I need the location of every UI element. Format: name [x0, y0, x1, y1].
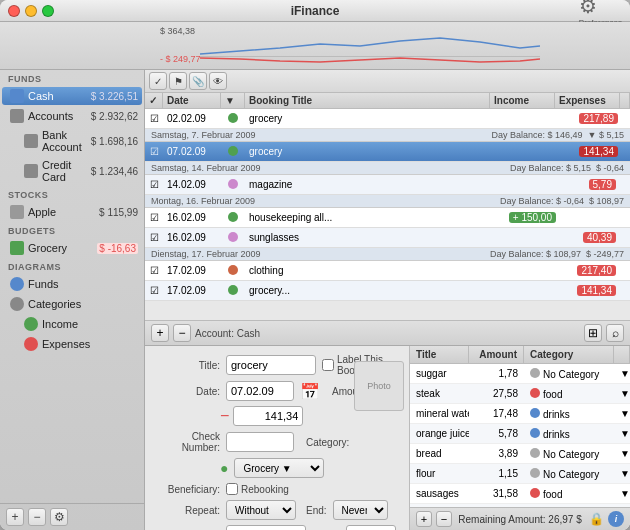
- tx-expense-3: 5,79: [560, 178, 620, 191]
- label-booking-checkbox[interactable]: [322, 359, 334, 371]
- list-item[interactable]: mineral water 17,48 drinks ▼: [410, 404, 630, 424]
- sidebar: FUNDS Cash $ 3.226,51 Accounts $ 2.932,6…: [0, 70, 145, 530]
- split-col-amount-header: Amount: [469, 346, 524, 363]
- table-row[interactable]: ☑ 16.02.09 housekeeping all... + 150,00: [145, 208, 630, 228]
- tx-search-button[interactable]: ⌕: [606, 324, 624, 342]
- col-date[interactable]: Date: [163, 93, 221, 108]
- tx-check-6[interactable]: ☑: [145, 264, 163, 277]
- col-category-header: ▼: [221, 93, 245, 108]
- split-arrow-4[interactable]: ▼: [614, 426, 630, 441]
- tx-check-5[interactable]: ☑: [145, 231, 163, 244]
- form-end-select[interactable]: Never: [333, 500, 388, 520]
- form-category-select[interactable]: Grocery ▼: [234, 458, 324, 478]
- form-comment-input[interactable]: [226, 525, 306, 530]
- tx-check-1[interactable]: ☑: [145, 112, 163, 125]
- sidebar-item-credit[interactable]: Credit Card $ 1.234,46: [16, 157, 142, 185]
- table-row[interactable]: ☑ 17.02.09 grocery... 141,34: [145, 281, 630, 301]
- form-end-label: End:: [306, 505, 327, 516]
- tx-check-4[interactable]: ☑: [145, 211, 163, 224]
- sidebar-item-grocery[interactable]: Grocery $ -16,63: [2, 239, 142, 257]
- list-item[interactable]: bread 3,89 No Category ▼: [410, 444, 630, 464]
- split-amount-7: 31,58: [469, 486, 524, 501]
- form-title-input[interactable]: [226, 355, 316, 375]
- sidebar-item-expenses-diag[interactable]: Expenses: [16, 335, 142, 353]
- amount-minus-icon: −: [220, 407, 229, 425]
- sidebar-item-bank[interactable]: Bank Account $ 1.698,16: [16, 127, 142, 155]
- split-arrow-3[interactable]: ▼: [614, 406, 630, 421]
- table-row[interactable]: ☑ 17.02.09 clothing 217,40: [145, 261, 630, 281]
- tx-expense-6: 217,40: [560, 264, 620, 277]
- chart-area: $ 364,38 - $ 249,77: [0, 22, 630, 70]
- tx-col-headers: ✓ Date ▼ Booking Title Income Expenses: [145, 93, 630, 109]
- tx-account-label: Account: Cash: [195, 328, 580, 339]
- split-remove-button[interactable]: −: [436, 511, 452, 527]
- list-item[interactable]: orange juice 5,78 drinks ▼: [410, 424, 630, 444]
- categories-diag-icon: [10, 297, 24, 311]
- split-arrow-7[interactable]: ▼: [614, 486, 630, 501]
- form-date-input[interactable]: [226, 381, 294, 401]
- sidebar-section-stocks: STOCKS: [0, 186, 144, 202]
- split-cat-7: food: [524, 486, 614, 502]
- tx-expense-5: 40,39: [560, 231, 620, 244]
- table-row[interactable]: ☑ 07.02.09 grocery 141,34: [145, 142, 630, 162]
- transaction-area: ✓ ⚑ 📎 👁 ✓ Date ▼ Booking Title Income Ex…: [145, 70, 630, 345]
- rebooking-checkbox[interactable]: [226, 483, 238, 495]
- tx-date-7: 17.02.09: [163, 284, 221, 297]
- maximize-button[interactable]: [42, 5, 54, 17]
- day-label-3: Montag, 16. Februar 2009: [151, 196, 255, 206]
- sidebar-value-accounts: $ 2.932,62: [91, 111, 138, 122]
- sidebar-item-funds-diag[interactable]: Funds: [2, 275, 142, 293]
- tx-check-3[interactable]: ☑: [145, 178, 163, 191]
- tx-flag-btn[interactable]: ⚑: [169, 72, 187, 90]
- tx-check-btn[interactable]: ✓: [149, 72, 167, 90]
- sidebar-item-cash[interactable]: Cash $ 3.226,51: [2, 87, 142, 105]
- split-arrow-5[interactable]: ▼: [614, 446, 630, 461]
- sidebar-item-apple[interactable]: Apple $ 115,99: [2, 203, 142, 221]
- list-item[interactable]: steak 27,58 food ▼: [410, 384, 630, 404]
- sidebar-value-credit: $ 1.234,46: [91, 166, 138, 177]
- split-amount-4: 5,78: [469, 426, 524, 441]
- main-window: iFinance ⚙ Preferences $ 364,38 - $ 249,…: [0, 0, 630, 530]
- list-item[interactable]: sausages 31,58 food ▼: [410, 484, 630, 504]
- sidebar-add-button[interactable]: +: [6, 508, 24, 526]
- form-repeat-select[interactable]: Without: [226, 500, 296, 520]
- tx-eye-btn[interactable]: 👁: [209, 72, 227, 90]
- tx-check-7[interactable]: ☑: [145, 284, 163, 297]
- tx-income-7: [500, 290, 560, 292]
- tx-grid-button[interactable]: ⊞: [584, 324, 602, 342]
- close-button[interactable]: [8, 5, 20, 17]
- tx-check-2[interactable]: ☑: [145, 145, 163, 158]
- table-row[interactable]: ☑ 02.02.09 grocery 217,89: [145, 109, 630, 129]
- list-item[interactable]: flour 1,15 No Category ▼: [410, 464, 630, 484]
- day-balance-2: Day Balance: $ 5,15 $ -0,64: [510, 163, 624, 173]
- split-arrow-2[interactable]: ▼: [614, 386, 630, 401]
- split-add-button[interactable]: +: [416, 511, 432, 527]
- form-amount-input[interactable]: [233, 406, 303, 426]
- split-amount-1: 1,78: [469, 366, 524, 381]
- tx-remove-button[interactable]: −: [173, 324, 191, 342]
- tx-income-4: + 150,00: [500, 211, 560, 224]
- sidebar-remove-button[interactable]: −: [28, 508, 46, 526]
- tx-expense-1: 217,89: [562, 112, 622, 125]
- apple-icon: [10, 205, 24, 219]
- tx-add-button[interactable]: +: [151, 324, 169, 342]
- accounts-icon: [10, 109, 24, 123]
- split-arrow-6[interactable]: ▼: [614, 466, 630, 481]
- info-icon[interactable]: i: [608, 511, 624, 527]
- form-checknum-input[interactable]: [226, 432, 294, 452]
- split-arrow-1[interactable]: ▼: [614, 366, 630, 381]
- form-rebooking-label: Rebooking: [226, 483, 289, 495]
- table-row[interactable]: ☑ 14.02.09 magazine 5,79: [145, 175, 630, 195]
- sidebar-item-categories-diag[interactable]: Categories: [2, 295, 142, 313]
- tx-attach-btn[interactable]: 📎: [189, 72, 207, 90]
- calendar-icon[interactable]: 📅: [300, 382, 320, 401]
- sidebar-item-accounts[interactable]: Accounts $ 2.932,62: [2, 107, 142, 125]
- list-item[interactable]: suggar 1,78 No Category ▼: [410, 364, 630, 384]
- table-row[interactable]: ☑ 16.02.09 sunglasses 40,39: [145, 228, 630, 248]
- sidebar-item-income-diag[interactable]: Income: [16, 315, 142, 333]
- tx-income-6: [500, 270, 560, 272]
- minimize-button[interactable]: [25, 5, 37, 17]
- sidebar-settings-button[interactable]: ⚙: [50, 508, 68, 526]
- form-tags-input[interactable]: [346, 525, 396, 530]
- sidebar-value-apple: $ 115,99: [99, 207, 138, 218]
